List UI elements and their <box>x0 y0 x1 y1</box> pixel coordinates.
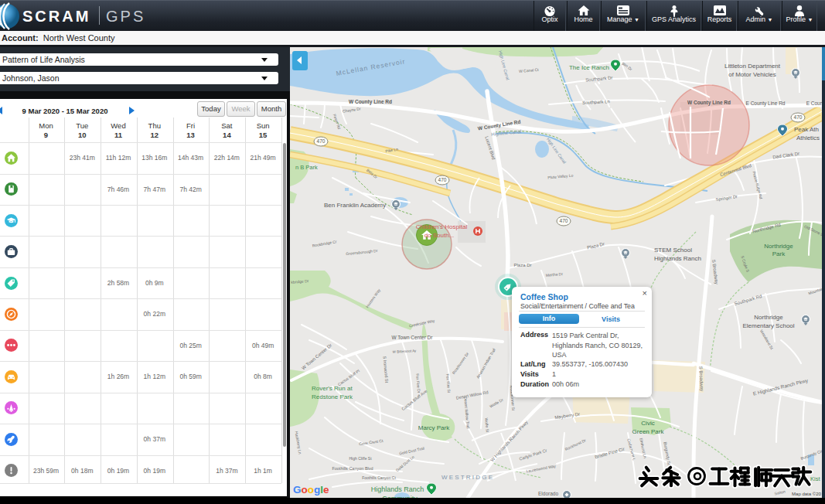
svg-text:Rover's Run at: Rover's Run at <box>312 385 353 392</box>
svg-text:The Ice Ranch: The Ice Ranch <box>569 64 609 71</box>
svg-text:Civic: Civic <box>641 420 654 427</box>
svg-text:W Town Center Dr: W Town Center Dr <box>392 335 434 340</box>
svg-text:of Motor Vehicles: of Motor Vehicles <box>728 71 776 78</box>
svg-text:n B Park: n B Park <box>295 164 318 171</box>
svg-text:Highlands Ranch: Highlands Ranch <box>371 485 424 493</box>
svg-text:Plaza Dr: Plaza Dr <box>513 263 531 267</box>
svg-text:Northridge: Northridge <box>754 314 783 321</box>
svg-text:Park: Park <box>772 250 786 257</box>
svg-text:do South...: do South... <box>424 232 455 239</box>
svg-text:Children's Hospital: Children's Hospital <box>416 223 468 230</box>
svg-text:470: 470 <box>794 114 803 120</box>
svg-text:Northridge: Northridge <box>764 243 793 250</box>
svg-text:Green Park: Green Park <box>632 428 665 435</box>
svg-text:Athletics: Athletics <box>796 135 820 141</box>
svg-text:STEM School: STEM School <box>654 247 692 254</box>
svg-text:Eldorado: Eldorado <box>538 491 558 496</box>
svg-text:Ben Franklin Academy: Ben Franklin Academy <box>324 202 386 209</box>
svg-text:Elementary School: Elementary School <box>742 322 794 329</box>
svg-text:W E S T R I D G E: W E S T R I D G E <box>441 474 493 481</box>
svg-text:Foothills Canyon Ct: Foothills Canyon Ct <box>362 475 396 480</box>
svg-text:High Cliffe St: High Cliffe St <box>349 456 372 461</box>
svg-text:W County Line Rd: W County Line Rd <box>687 100 731 106</box>
svg-text:Foothills Canyon Blvd: Foothills Canyon Blvd <box>332 466 373 471</box>
svg-text:470: 470 <box>317 138 326 144</box>
svg-text:Highlands Ranch: Highlands Ranch <box>654 255 701 262</box>
svg-text:Peak Ath: Peak Ath <box>794 126 819 133</box>
svg-text:Marcy Park: Marcy Park <box>418 424 450 431</box>
svg-text:E County: E County <box>806 100 822 107</box>
svg-text:Redstone Park: Redstone Park <box>312 393 353 400</box>
svg-text:W County Line Rd: W County Line Rd <box>349 99 392 105</box>
svg-text:470: 470 <box>438 177 447 182</box>
svg-text:Littleton Department: Littleton Department <box>724 63 781 70</box>
svg-text:470: 470 <box>560 218 568 223</box>
svg-text:E County Line Rd: E County Line Rd <box>746 100 786 107</box>
